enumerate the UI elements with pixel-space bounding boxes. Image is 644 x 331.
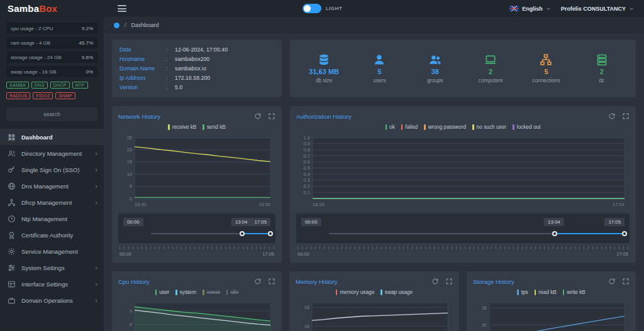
timeline-handle2[interactable] [268, 231, 273, 236]
timeline-strip: 00:00 13:04 17:05 [296, 214, 630, 243]
legend-item-send-kb[interactable]: send kB [203, 124, 225, 130]
hamburger-menu-icon[interactable] [118, 5, 126, 12]
legend-item-tps[interactable]: tps [517, 289, 528, 295]
fullscreen-icon[interactable] [268, 278, 275, 285]
service-badge-dns[interactable]: DNS [31, 82, 48, 89]
timeline-track[interactable] [151, 231, 270, 237]
users-icon [429, 53, 441, 66]
service-badge-fido2[interactable]: FIDO2 [33, 92, 53, 99]
stat-tile-groups[interactable]: 38 groups [417, 53, 453, 84]
usage-row: Cpu History user system iowait idle [112, 271, 636, 331]
legend-item-ok[interactable]: ok [386, 124, 395, 130]
stat-tile-dc[interactable]: 2 dc [584, 53, 620, 84]
refresh-icon[interactable] [608, 112, 616, 120]
sidebar-item-dns-management[interactable]: Dns Management › [0, 178, 104, 194]
theme-toggle[interactable] [303, 4, 321, 13]
legend-item-write-kb[interactable]: write kB [563, 289, 586, 295]
legend-item-memory-usage[interactable]: memory usage [336, 289, 374, 295]
refresh-icon[interactable] [254, 112, 262, 120]
logo-part-samba: Samba [8, 3, 39, 14]
sidebar-item-system-settings[interactable]: System Settings › [0, 259, 104, 276]
info-value: sambabox200 [175, 55, 209, 64]
fullscreen-icon[interactable] [622, 112, 630, 120]
timeline-axis[interactable]: 00:00 17:05 [118, 246, 275, 257]
stat-tile-connections[interactable]: 5 connections [528, 53, 564, 84]
stat-label: storage usage - 24 GB [11, 55, 62, 60]
info-value: 172.16.58.200 [175, 73, 210, 83]
language-selector[interactable]: English [509, 6, 551, 12]
memory-chart: 12141618 [296, 299, 453, 331]
sidebar-item-service-management[interactable]: Service Management [0, 243, 104, 259]
fullscreen-icon[interactable] [268, 112, 275, 120]
legend-item-no-such-user[interactable]: no such user [472, 124, 506, 130]
fullscreen-icon[interactable] [622, 278, 630, 285]
legend-item-idle[interactable]: idle [226, 289, 238, 295]
legend-item-wrong-password[interactable]: wrong password [424, 124, 466, 130]
svg-text:30: 30 [482, 322, 487, 328]
legend-marker [517, 290, 519, 295]
legend-marker [175, 290, 177, 295]
svg-text:10: 10 [127, 171, 132, 177]
service-badge-samba[interactable]: SAMBA [6, 82, 29, 89]
legend-item-system[interactable]: system [175, 289, 196, 295]
sidebar-item-certificate-authority[interactable]: Certificate Authority [0, 227, 104, 243]
stat-tile-computers[interactable]: 2 computers [472, 53, 509, 84]
sidebar: SambaBox cpu usage - 2 CPU 9.2% ram usag… [0, 0, 104, 331]
chevron-down-icon [546, 6, 551, 11]
legend-item-iowait[interactable]: iowait [203, 289, 220, 295]
service-badge-ntp[interactable]: NTP [72, 82, 88, 89]
axis-end-label: 17:05 [616, 251, 628, 257]
sidebar-item-domain-operations[interactable]: Domain Operations › [0, 292, 104, 308]
legend-label: tps [521, 289, 528, 295]
legend-item-receive-kb[interactable]: receive kB [168, 124, 196, 130]
service-badge-radius[interactable]: RADIUS [6, 92, 30, 99]
timeline-handle2-label: 17:05 [250, 218, 270, 226]
service-badge-snmp[interactable]: SNMP [55, 92, 75, 99]
app-logo[interactable]: SambaBox [0, 0, 104, 17]
system-icon [8, 264, 16, 272]
legend-label: idle [230, 289, 238, 295]
stat-tile-db-size[interactable]: 31,63 MB db size [306, 53, 342, 84]
legend-item-failed[interactable]: failed [401, 124, 418, 130]
legend-item-read-kb[interactable]: read kB [535, 289, 557, 295]
fullscreen-icon[interactable] [445, 278, 453, 285]
account-menu[interactable]: Profelis CONSULTANCY [561, 6, 634, 12]
service-badge-dhcp[interactable]: DHCP [50, 82, 70, 89]
laptop-icon [484, 53, 497, 66]
legend-label: memory usage [340, 289, 374, 295]
chevron-right-icon: › [95, 150, 97, 157]
legend-item-user[interactable]: user [155, 289, 170, 295]
timeline-handle1[interactable] [552, 231, 557, 236]
timeline-axis[interactable]: 00:00 17:05 [296, 246, 630, 257]
timeline-track[interactable] [329, 231, 625, 237]
sidebar-item-ntp-management[interactable]: Ntp Management [0, 210, 104, 227]
system-stat-storage-usage-24-gb: storage usage - 24 GB 9.6% [6, 52, 97, 63]
legend-item-swap-usage[interactable]: swap usage [380, 289, 413, 295]
timeline-zone: 13:04 17:05 [329, 218, 625, 237]
chevron-down-icon [629, 6, 634, 11]
sidebar-item-dashboard[interactable]: Dashboard [0, 129, 104, 145]
breadcrumb-page: Dashboard [131, 22, 159, 28]
stat-tile-users[interactable]: 5 users [361, 53, 397, 84]
sidebar-menu: Dashboard Directory Management › Single … [0, 129, 104, 308]
refresh-icon[interactable] [254, 278, 262, 285]
timeline-start-chip: 00:00 [123, 218, 143, 226]
timeline-handle1[interactable] [240, 231, 245, 236]
legend-item-locked-out[interactable]: locked out [513, 124, 540, 130]
sidebar-item-interface-settings[interactable]: Interface Settings › [0, 276, 104, 292]
certificate-icon [8, 231, 16, 239]
timeline-handle2[interactable] [622, 231, 627, 236]
sidebar-item-dhcp-management[interactable]: Dhcp Management › [0, 194, 104, 210]
home-icon[interactable] [114, 23, 119, 28]
menu-label: Directory Management [21, 150, 82, 157]
refresh-icon[interactable] [608, 278, 616, 285]
refresh-icon[interactable] [431, 278, 439, 285]
svg-text:35: 35 [482, 305, 487, 311]
sidebar-item-directory-management[interactable]: Directory Management › [0, 145, 104, 161]
sidebar-item-single-sign-on-sso[interactable]: Single Sign On (SSO) › [0, 161, 104, 178]
info-row-date: Date : 12-06-2024, 17:05:40 [119, 45, 274, 55]
info-label: Ip Address [119, 73, 166, 83]
info-value: 12-06-2024, 17:05:40 [175, 45, 228, 55]
search-input[interactable] [6, 107, 97, 121]
chevron-right-icon: › [95, 183, 97, 190]
